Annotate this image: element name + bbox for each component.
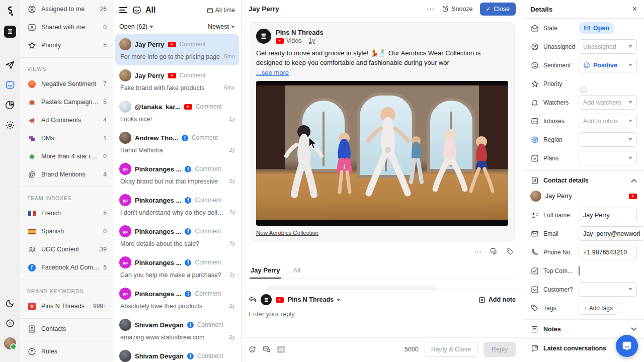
conversation-preview: I don't understand why do they deliver .… — [120, 209, 225, 216]
video-player[interactable] — [256, 81, 508, 226]
youtube-icon — [629, 194, 637, 199]
add-note-button[interactable]: Add note — [478, 296, 516, 304]
sidebar-item-more-than-4-star-rating[interactable]: More than 4 star rating0 — [20, 147, 113, 165]
sidebar-item-pastels-campaign-utm[interactable]: Pastels Campaign (UTM)5 — [20, 93, 113, 111]
conversation-item[interactable]: @tanaka_kar...CommentLooks nice!1y — [115, 97, 239, 128]
conversation-item[interactable]: ppPinkoranges ...fCommentAbsolutely love… — [115, 284, 239, 315]
tab-jay-perry[interactable]: Jay Perry — [250, 262, 281, 279]
avatar: pp — [119, 256, 131, 268]
sidebar-item-facebook-ad-comments[interactable]: fFacebook Ad Comments5 — [20, 258, 113, 277]
conversation-item[interactable]: ppPinkoranges ...fCommentI don't underst… — [115, 190, 239, 221]
reports-icon[interactable] — [4, 99, 17, 112]
avatar — [530, 191, 541, 202]
conversation-item[interactable]: Andrew Tho...fCommentRahul Malhotra2y — [115, 128, 239, 159]
alarm-clock-icon — [442, 6, 449, 13]
plans-select[interactable] — [579, 151, 637, 165]
composer-account-select[interactable]: Pins N Threads — [288, 296, 341, 303]
intercom-chat-button[interactable] — [616, 335, 638, 357]
sidebar-item-pins-n-threads[interactable]: Pins N Threads999+ — [20, 297, 113, 315]
conversation-item[interactable]: Shivam DevganfCommentGood job https://be… — [115, 346, 239, 362]
sidebar-item-negative-sentiment[interactable]: Negative Sentiment7 — [20, 75, 113, 93]
add-tags-button[interactable]: + Add tags — [579, 302, 618, 315]
sentiment-select[interactable]: Positive — [579, 58, 637, 72]
details-row: WatchersAdd watchers — [523, 93, 644, 112]
region-select[interactable] — [579, 132, 637, 147]
customer--select[interactable] — [579, 282, 637, 297]
reply-and-close-button[interactable]: Reply & Close — [425, 342, 477, 357]
state-pill[interactable]: Open — [579, 22, 614, 34]
sidebar-item-dms[interactable]: DMs1 — [20, 129, 113, 147]
facebook-icon: f — [185, 228, 191, 235]
rules-icon-icon — [27, 347, 36, 356]
sort-dropdown[interactable]: Newest — [208, 23, 235, 30]
reply-button[interactable]: Reply — [484, 342, 516, 357]
contact-details-section[interactable]: Contact details — [523, 170, 644, 190]
conversation-item[interactable]: Jay PerryCommentFor more info go to the … — [115, 34, 239, 65]
contact-person[interactable]: Jay Perry — [523, 190, 644, 206]
reply-input[interactable] — [249, 310, 516, 330]
settings-icon[interactable] — [4, 119, 17, 132]
conversation-name: Pinkoranges ... — [135, 228, 181, 235]
tab-all[interactable]: All — [292, 262, 301, 279]
workspace-badge[interactable] — [4, 25, 17, 38]
conversation-item[interactable]: ppPinkoranges ...fCommentOkay brand but … — [115, 159, 239, 190]
post-more-icon[interactable]: ⋯ — [474, 247, 482, 256]
thread-tabs: Jay Perry All — [250, 262, 515, 279]
conversation-item[interactable]: ppPinkoranges ...fCommentCan you help me… — [115, 252, 239, 284]
sidebar-item-assigned-to-me[interactable]: Assigned to me26 — [20, 0, 113, 18]
see-more-link[interactable]: ...see more — [256, 69, 289, 76]
conversation-preview: Looks nice! — [120, 116, 225, 123]
help-icon[interactable]: ? — [4, 317, 17, 330]
conversation-item[interactable]: Shivam DevganfCommentamazing www.statusb… — [115, 315, 239, 346]
more-options-icon[interactable]: ⋯ — [426, 4, 435, 14]
sidebar-item-french[interactable]: French5 — [20, 204, 113, 222]
ai-assist-icon[interactable]: AI — [277, 346, 285, 353]
sidebar-item-priority[interactable]: Priority5 — [20, 36, 113, 54]
tag-icon[interactable] — [506, 247, 514, 256]
filter-dropdown[interactable]: Open (62) — [119, 23, 208, 30]
publish-icon[interactable] — [4, 58, 17, 71]
sidebar-item-spanish[interactable]: Spanish0 — [20, 222, 113, 240]
sidebar-item-rules[interactable]: Rules — [20, 342, 113, 360]
emoji-icon[interactable] — [249, 345, 257, 353]
inbox-icon-active[interactable] — [4, 78, 17, 92]
full-name-input[interactable]: Jay Perry — [579, 208, 637, 222]
email-input[interactable]: Jay_perry@newworl — [579, 226, 644, 241]
sidebar-item-ugc-content[interactable]: UGC Content39 — [20, 240, 113, 258]
smiley-icon — [530, 61, 539, 69]
avatar — [119, 101, 131, 113]
avatar: pp — [119, 288, 131, 300]
details-row: UnassignedUnassigned — [523, 37, 644, 56]
close-icon[interactable]: × — [632, 5, 637, 14]
conversation-item[interactable]: ppPinkoranges ...fCommentMore details ab… — [115, 221, 239, 252]
unassigned-select[interactable]: Unassigned — [579, 39, 637, 54]
top-com--checkbox[interactable] — [579, 266, 580, 276]
contacts-icon-icon — [27, 324, 36, 333]
inboxes-select[interactable]: Add to inbox — [579, 114, 637, 128]
menu-icon[interactable] — [119, 7, 127, 14]
watchers-select[interactable]: Add watchers — [579, 95, 637, 110]
chevron-down-icon — [628, 157, 632, 159]
time-filter[interactable]: All time — [207, 7, 235, 14]
statusbrew-logo[interactable] — [4, 5, 17, 18]
translate-icon[interactable]: A — [490, 247, 498, 256]
flag-fr-icon — [27, 209, 36, 218]
post-time-link[interactable]: 1y — [308, 37, 315, 44]
sidebar-item-contacts[interactable]: Contacts — [20, 320, 113, 338]
snooze-button[interactable]: Snooze — [442, 6, 472, 13]
phone-no--input[interactable]: +1 9876543210 — [579, 245, 637, 259]
close-button[interactable]: ✓Close — [480, 3, 516, 16]
saved-replies-icon[interactable] — [263, 345, 271, 353]
conversation-item[interactable]: Jay PerryCommentFake brand with fake pro… — [115, 65, 239, 97]
team-inboxes-section-label: TEAM INBOXES — [20, 188, 113, 204]
angry-emoji-icon — [27, 79, 36, 88]
sidebar-item-shared-with-me[interactable]: Shared with me0 — [20, 18, 113, 36]
user-avatar[interactable] — [4, 337, 17, 350]
sidebar-item-brand-mentions[interactable]: @Brand Mentions4 — [20, 165, 113, 184]
composer-account-avatar — [261, 294, 272, 305]
sidebar-item-ad-comments[interactable]: Ad Comments4 — [20, 111, 113, 129]
facebook-icon: f — [187, 353, 194, 359]
video-caption-link[interactable]: New Aerobics Collection — [256, 230, 318, 236]
char-count: 5000 — [405, 346, 419, 353]
dark-mode-icon[interactable] — [4, 297, 17, 310]
